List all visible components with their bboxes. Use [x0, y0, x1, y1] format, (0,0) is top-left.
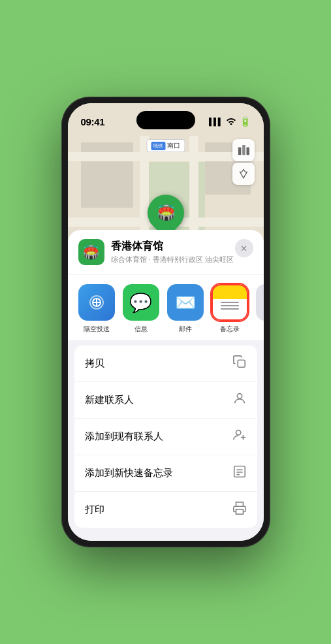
dynamic-island — [136, 111, 195, 129]
action-quick-note-label: 添加到新快速备忘录 — [85, 467, 173, 479]
mail-label: 邮件 — [179, 325, 192, 334]
svg-rect-16 — [236, 509, 243, 514]
venue-card-left: 🏟️ 香港体育馆 综合体育馆 · 香港特别行政区 油尖旺区 — [78, 239, 234, 265]
svg-rect-0 — [238, 148, 241, 155]
notes-icon — [212, 284, 248, 321]
battery-icon: 🔋 — [240, 116, 251, 127]
location-label: 地铁 南口 — [146, 139, 185, 152]
person-add-icon — [232, 428, 247, 445]
label-prefix: 地铁 — [151, 142, 165, 150]
svg-point-9 — [236, 430, 240, 435]
action-add-contact-label: 添加到现有联系人 — [85, 430, 163, 443]
wifi-icon — [226, 117, 236, 127]
action-add-contact[interactable]: 添加到现有联系人 — [74, 419, 257, 455]
action-copy[interactable]: 拷贝 — [74, 346, 257, 382]
svg-rect-2 — [246, 148, 249, 155]
share-more[interactable]: 提 — [256, 284, 264, 334]
action-copy-label: 拷贝 — [85, 357, 104, 370]
signal-icon: ▌▌▌ — [209, 118, 222, 125]
venue-info: 香港体育馆 综合体育馆 · 香港特别行政区 油尖旺区 — [111, 240, 234, 265]
person-icon — [232, 391, 247, 409]
action-quick-note[interactable]: 添加到新快速备忘录 — [74, 455, 257, 492]
location-name: 南口 — [167, 141, 180, 150]
status-time: 09:41 — [81, 116, 105, 127]
share-notes[interactable]: 备忘录 — [212, 284, 248, 334]
status-icons: ▌▌▌ 🔋 — [209, 116, 250, 127]
action-list: 拷贝 新建联系人 — [74, 346, 257, 528]
svg-rect-1 — [242, 145, 245, 155]
share-row: 隔空投送 💬 信息 ✉️ 邮件 — [68, 275, 264, 340]
action-new-contact[interactable]: 新建联系人 — [74, 382, 257, 419]
action-new-contact-label: 新建联系人 — [85, 394, 134, 406]
svg-rect-7 — [238, 360, 245, 367]
pin-icon: 🏟️ — [157, 204, 174, 221]
action-print[interactable]: 打印 — [74, 492, 257, 528]
note-icon — [232, 464, 247, 482]
svg-rect-12 — [234, 466, 245, 477]
bottom-sheet: 🏟️ 香港体育馆 综合体育馆 · 香港特别行政区 油尖旺区 ✕ — [68, 230, 264, 541]
share-airdrop[interactable]: 隔空投送 — [78, 284, 115, 334]
share-messages[interactable]: 💬 信息 — [123, 284, 159, 334]
location-button[interactable] — [232, 163, 255, 185]
venue-title: 香港体育馆 — [111, 240, 234, 253]
map-controls — [232, 139, 255, 185]
mail-icon: ✉️ — [167, 284, 204, 321]
messages-icon: 💬 — [123, 284, 159, 321]
phone-frame: 09:41 ▌▌▌ 🔋 — [61, 97, 270, 547]
notes-label: 备忘录 — [220, 325, 240, 334]
venue-card: 🏟️ 香港体育馆 综合体育馆 · 香港特别行政区 油尖旺区 ✕ — [68, 230, 264, 274]
action-print-label: 打印 — [85, 504, 104, 516]
print-icon — [232, 501, 247, 519]
venue-subtitle: 综合体育馆 · 香港特别行政区 油尖旺区 — [111, 255, 234, 265]
messages-label: 信息 — [134, 325, 148, 334]
venue-logo: 🏟️ — [78, 239, 104, 265]
phone-screen: 09:41 ▌▌▌ 🔋 — [68, 103, 264, 541]
copy-icon — [232, 355, 247, 372]
map-type-button[interactable] — [232, 139, 255, 161]
airdrop-label: 隔空投送 — [84, 325, 110, 334]
more-icon — [256, 284, 264, 321]
share-mail[interactable]: ✉️ 邮件 — [167, 284, 204, 334]
svg-point-8 — [237, 394, 242, 398]
close-button[interactable]: ✕ — [235, 239, 253, 257]
airdrop-icon — [78, 284, 115, 321]
